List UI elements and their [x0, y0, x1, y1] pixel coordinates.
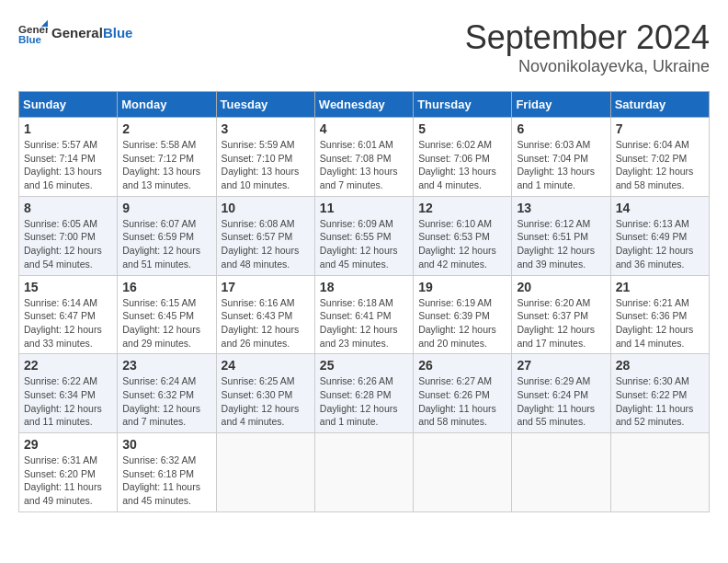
calendar-cell: 27Sunrise: 6:29 AMSunset: 6:24 PMDayligh… — [512, 354, 610, 433]
weekday-header: Tuesday — [216, 92, 314, 118]
weekday-header: Saturday — [610, 92, 709, 118]
day-info: Sunrise: 6:08 AMSunset: 6:57 PMDaylight:… — [222, 217, 310, 271]
day-info: Sunrise: 6:26 AMSunset: 6:28 PMDaylight:… — [320, 374, 408, 429]
calendar-week-row: 8Sunrise: 6:05 AMSunset: 7:00 PMDaylight… — [19, 196, 710, 275]
calendar-cell: 14Sunrise: 6:13 AMSunset: 6:49 PMDayligh… — [610, 196, 709, 275]
calendar-week-row: 22Sunrise: 6:22 AMSunset: 6:34 PMDayligh… — [19, 354, 710, 433]
weekday-header: Wednesday — [314, 92, 413, 118]
day-number: 18 — [320, 280, 408, 294]
calendar-cell: 6Sunrise: 6:03 AMSunset: 7:04 PMDaylight… — [512, 118, 610, 197]
day-number: 13 — [517, 201, 605, 215]
calendar-week-row: 1Sunrise: 5:57 AMSunset: 7:14 PMDaylight… — [19, 118, 710, 197]
day-number: 16 — [122, 280, 210, 294]
day-info: Sunrise: 6:01 AMSunset: 7:08 PMDaylight:… — [320, 138, 408, 192]
calendar-week-row: 29Sunrise: 6:31 AMSunset: 6:20 PMDayligh… — [19, 433, 710, 512]
calendar-cell — [610, 433, 709, 512]
calendar-cell: 20Sunrise: 6:20 AMSunset: 6:37 PMDayligh… — [512, 275, 610, 354]
day-number: 10 — [222, 201, 310, 215]
day-number: 12 — [418, 201, 506, 215]
calendar-cell: 19Sunrise: 6:19 AMSunset: 6:39 PMDayligh… — [414, 275, 512, 354]
day-info: Sunrise: 6:12 AMSunset: 6:51 PMDaylight:… — [517, 217, 605, 271]
day-number: 1 — [24, 121, 112, 136]
day-info: Sunrise: 6:10 AMSunset: 6:53 PMDaylight:… — [418, 217, 506, 271]
calendar-cell: 10Sunrise: 6:08 AMSunset: 6:57 PMDayligh… — [216, 196, 314, 275]
day-info: Sunrise: 6:19 AMSunset: 6:39 PMDaylight:… — [418, 296, 506, 350]
location-title: Novonikolayevka, Ukraine — [465, 57, 710, 76]
weekday-header: Thursday — [414, 92, 512, 118]
day-number: 9 — [122, 201, 210, 215]
day-number: 27 — [517, 358, 605, 373]
calendar-cell: 24Sunrise: 6:25 AMSunset: 6:30 PMDayligh… — [216, 354, 314, 433]
day-info: Sunrise: 6:21 AMSunset: 6:36 PMDaylight:… — [616, 296, 704, 350]
day-number: 5 — [418, 121, 506, 136]
day-info: Sunrise: 6:25 AMSunset: 6:30 PMDaylight:… — [222, 374, 310, 429]
day-number: 19 — [418, 280, 506, 294]
day-number: 22 — [24, 358, 112, 373]
day-info: Sunrise: 6:07 AMSunset: 6:59 PMDaylight:… — [122, 217, 210, 271]
calendar-cell: 21Sunrise: 6:21 AMSunset: 6:36 PMDayligh… — [610, 275, 709, 354]
day-info: Sunrise: 6:05 AMSunset: 7:00 PMDaylight:… — [24, 217, 112, 271]
day-info: Sunrise: 6:15 AMSunset: 6:45 PMDaylight:… — [122, 296, 210, 350]
day-info: Sunrise: 6:20 AMSunset: 6:37 PMDaylight:… — [517, 296, 605, 350]
svg-text:Blue: Blue — [18, 34, 42, 45]
day-info: Sunrise: 6:29 AMSunset: 6:24 PMDaylight:… — [517, 374, 605, 429]
calendar-cell — [512, 433, 610, 512]
day-number: 26 — [418, 358, 506, 373]
calendar-cell: 7Sunrise: 6:04 AMSunset: 7:02 PMDaylight… — [610, 118, 709, 197]
calendar-cell — [216, 433, 314, 512]
calendar-table: SundayMondayTuesdayWednesdayThursdayFrid… — [18, 91, 710, 512]
day-number: 24 — [222, 358, 310, 373]
day-number: 14 — [616, 201, 704, 215]
logo: General Blue GeneralBlue — [18, 18, 132, 48]
weekday-header: Sunday — [19, 92, 118, 118]
day-info: Sunrise: 6:30 AMSunset: 6:22 PMDaylight:… — [616, 374, 704, 429]
calendar-cell: 9Sunrise: 6:07 AMSunset: 6:59 PMDaylight… — [118, 196, 216, 275]
calendar-cell: 5Sunrise: 6:02 AMSunset: 7:06 PMDaylight… — [414, 118, 512, 197]
weekday-header-row: SundayMondayTuesdayWednesdayThursdayFrid… — [19, 92, 710, 118]
day-info: Sunrise: 6:04 AMSunset: 7:02 PMDaylight:… — [616, 138, 704, 192]
day-info: Sunrise: 6:18 AMSunset: 6:41 PMDaylight:… — [320, 296, 408, 350]
day-info: Sunrise: 5:58 AMSunset: 7:12 PMDaylight:… — [122, 138, 210, 192]
calendar-cell — [414, 433, 512, 512]
day-info: Sunrise: 6:32 AMSunset: 6:18 PMDaylight:… — [122, 454, 210, 508]
calendar-cell: 1Sunrise: 5:57 AMSunset: 7:14 PMDaylight… — [19, 118, 118, 197]
calendar-cell — [314, 433, 413, 512]
day-number: 30 — [122, 437, 210, 452]
calendar-cell: 8Sunrise: 6:05 AMSunset: 7:00 PMDaylight… — [19, 196, 118, 275]
logo-icon: General Blue — [18, 18, 48, 48]
calendar-cell: 29Sunrise: 6:31 AMSunset: 6:20 PMDayligh… — [19, 433, 118, 512]
day-info: Sunrise: 6:16 AMSunset: 6:43 PMDaylight:… — [222, 296, 310, 350]
calendar-cell: 4Sunrise: 6:01 AMSunset: 7:08 PMDaylight… — [314, 118, 413, 197]
calendar-cell: 23Sunrise: 6:24 AMSunset: 6:32 PMDayligh… — [118, 354, 216, 433]
page-header: General Blue GeneralBlue September 2024 … — [18, 18, 710, 76]
calendar-cell: 18Sunrise: 6:18 AMSunset: 6:41 PMDayligh… — [314, 275, 413, 354]
calendar-cell: 12Sunrise: 6:10 AMSunset: 6:53 PMDayligh… — [414, 196, 512, 275]
day-info: Sunrise: 6:14 AMSunset: 6:47 PMDaylight:… — [24, 296, 112, 350]
calendar-cell: 22Sunrise: 6:22 AMSunset: 6:34 PMDayligh… — [19, 354, 118, 433]
month-title: September 2024 — [465, 18, 710, 57]
day-number: 7 — [616, 121, 704, 136]
day-number: 21 — [616, 280, 704, 294]
day-info: Sunrise: 6:02 AMSunset: 7:06 PMDaylight:… — [418, 138, 506, 192]
day-info: Sunrise: 6:09 AMSunset: 6:55 PMDaylight:… — [320, 217, 408, 271]
title-block: September 2024 Novonikolayevka, Ukraine — [465, 18, 710, 76]
calendar-cell: 16Sunrise: 6:15 AMSunset: 6:45 PMDayligh… — [118, 275, 216, 354]
day-number: 23 — [122, 358, 210, 373]
calendar-cell: 30Sunrise: 6:32 AMSunset: 6:18 PMDayligh… — [118, 433, 216, 512]
calendar-cell: 2Sunrise: 5:58 AMSunset: 7:12 PMDaylight… — [118, 118, 216, 197]
day-number: 17 — [222, 280, 310, 294]
day-info: Sunrise: 6:27 AMSunset: 6:26 PMDaylight:… — [418, 374, 506, 429]
day-info: Sunrise: 6:24 AMSunset: 6:32 PMDaylight:… — [122, 374, 210, 429]
calendar-cell: 26Sunrise: 6:27 AMSunset: 6:26 PMDayligh… — [414, 354, 512, 433]
weekday-header: Monday — [118, 92, 216, 118]
day-number: 25 — [320, 358, 408, 373]
day-info: Sunrise: 6:13 AMSunset: 6:49 PMDaylight:… — [616, 217, 704, 271]
day-info: Sunrise: 5:57 AMSunset: 7:14 PMDaylight:… — [24, 138, 112, 192]
calendar-cell: 15Sunrise: 6:14 AMSunset: 6:47 PMDayligh… — [19, 275, 118, 354]
calendar-cell: 3Sunrise: 5:59 AMSunset: 7:10 PMDaylight… — [216, 118, 314, 197]
calendar-cell: 17Sunrise: 6:16 AMSunset: 6:43 PMDayligh… — [216, 275, 314, 354]
weekday-header: Friday — [512, 92, 610, 118]
day-number: 4 — [320, 121, 408, 136]
day-number: 20 — [517, 280, 605, 294]
day-number: 8 — [24, 201, 112, 215]
